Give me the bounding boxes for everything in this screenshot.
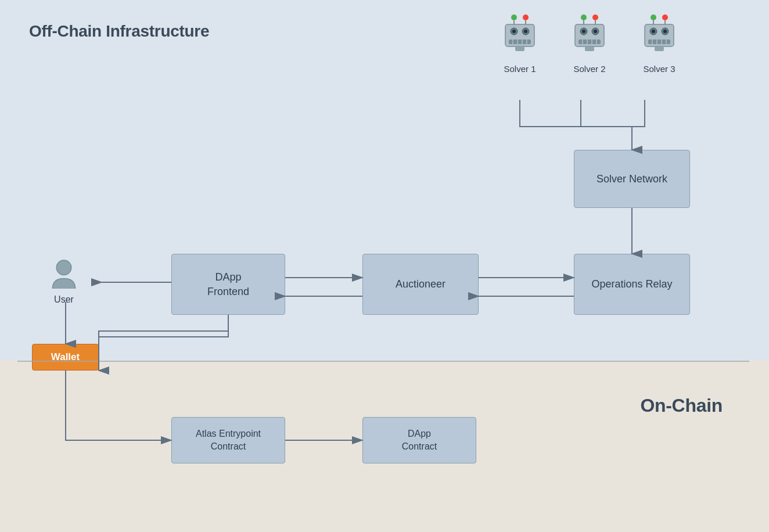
svg-point-23 [594, 30, 597, 33]
dapp-frontend-label: DAppFrontend [207, 270, 249, 299]
svg-point-37 [652, 30, 655, 33]
solver-2-item: Solver 2 [569, 13, 610, 74]
user-icon [49, 259, 78, 291]
atlas-entrypoint-box: Atlas EntrypointContract [171, 417, 285, 463]
dapp-frontend-box: DAppFrontend [171, 254, 285, 315]
svg-point-38 [663, 30, 667, 33]
svg-point-22 [582, 30, 585, 33]
svg-point-16 [592, 15, 598, 20]
solver-2-label: Solver 2 [573, 64, 605, 74]
solver-3-label: Solver 3 [643, 64, 675, 74]
solver-1-item: Solver 1 [500, 13, 540, 74]
offchain-label: Off-Chain Infrastructure [29, 22, 209, 41]
dapp-contract-box: DAppContract [362, 417, 476, 463]
solver-1-robot-icon [500, 13, 540, 59]
svg-rect-24 [578, 39, 601, 44]
svg-rect-9 [509, 39, 531, 44]
svg-point-1 [523, 15, 529, 20]
solver-3-item: Solver 3 [639, 13, 680, 74]
auctioneer-box: Auctioneer [362, 254, 479, 315]
wallet-box: Wallet [32, 344, 99, 371]
svg-point-45 [56, 260, 71, 275]
atlas-entrypoint-label: Atlas EntrypointContract [196, 427, 261, 452]
user-icon-wrap: User [49, 259, 78, 305]
operations-relay-box: Operations Relay [574, 254, 690, 315]
solver-1-label: Solver 1 [504, 64, 536, 74]
solver-3-robot-icon [639, 13, 680, 59]
diagram-wrapper: Off-Chain Infrastructure On-Chain [0, 0, 769, 532]
svg-point-0 [511, 15, 517, 20]
svg-point-31 [662, 15, 668, 20]
onchain-label: On-Chain [640, 395, 723, 416]
svg-rect-29 [585, 46, 594, 51]
svg-rect-14 [515, 46, 524, 51]
solver-2-robot-icon [569, 13, 610, 59]
dapp-contract-label: DAppContract [402, 427, 437, 452]
solver-robots-group: Solver 1 Solver 2 [500, 13, 680, 74]
svg-point-30 [651, 15, 656, 20]
svg-rect-39 [648, 39, 670, 44]
user-label: User [54, 294, 74, 305]
svg-point-7 [512, 30, 516, 33]
svg-point-15 [581, 15, 587, 20]
svg-point-8 [524, 30, 527, 33]
svg-rect-44 [655, 46, 664, 51]
solver-network-box: Solver Network [574, 150, 690, 208]
